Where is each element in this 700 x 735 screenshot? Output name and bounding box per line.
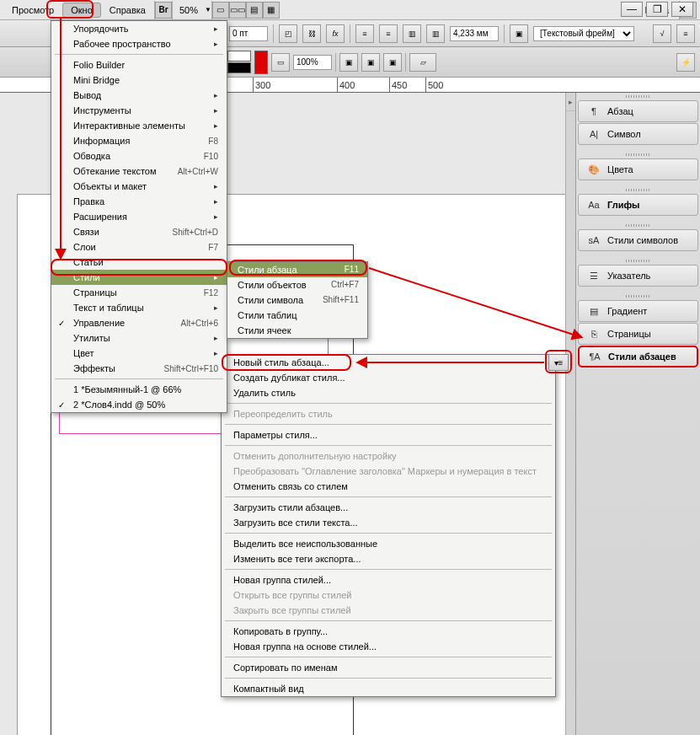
context-item[interactable]: Копировать в группу... <box>222 624 555 639</box>
menu-item[interactable]: СлоиF7 <box>51 239 227 255</box>
context-item[interactable]: Новый стиль абзаца... <box>222 355 555 370</box>
submenu-item[interactable]: Стили абзацаF11 <box>227 262 367 277</box>
menu-item[interactable]: ИнформацияF8 <box>51 133 227 148</box>
context-item[interactable]: Отменить связь со стилем <box>222 479 555 494</box>
align-mid-icon[interactable]: ≡ <box>379 24 398 43</box>
swatch-accent[interactable] <box>254 51 268 74</box>
menu-item[interactable]: ЭффектыShift+Ctrl+F10 <box>51 361 227 376</box>
context-item[interactable]: Создать дубликат стиля... <box>222 370 555 385</box>
menu-item[interactable]: Упорядочить <box>51 21 227 36</box>
scale-field[interactable] <box>293 55 332 70</box>
menu-item[interactable]: Mini Bridge <box>51 72 227 88</box>
panel-item[interactable]: 🎨Цвета <box>578 158 698 180</box>
panel-item[interactable]: ⎘Страницы <box>578 323 698 345</box>
frame-options-icon[interactable]: ▣ <box>510 24 528 43</box>
context-item[interactable]: Сортировать по именам <box>222 660 555 675</box>
context-separator <box>225 678 552 679</box>
context-item[interactable]: Загрузить стили абзацев... <box>222 500 555 515</box>
panel-drag-handle[interactable] <box>576 151 700 158</box>
menu-item[interactable]: 1 *Безымянный-1 @ 66% <box>51 382 227 397</box>
gutter-icon[interactable]: ▥ <box>426 24 445 43</box>
panel-item[interactable]: AaГлифы <box>578 194 698 216</box>
bevel-icon[interactable]: ▱ <box>409 53 436 72</box>
minimize-button[interactable]: — <box>621 2 643 17</box>
zoom-level[interactable]: 50% <box>173 5 205 15</box>
pt-field[interactable] <box>229 26 268 41</box>
panel-drag-handle[interactable] <box>576 292 700 299</box>
align-top-icon[interactable]: ≡ <box>355 24 374 43</box>
panel-drag-handle[interactable] <box>576 222 700 228</box>
context-item[interactable]: Загрузить все стили текста... <box>222 515 555 530</box>
submenu-shortcut: Shift+F11 <box>323 295 359 305</box>
submenu-item[interactable]: Стили объектовCtrl+F7 <box>227 277 367 292</box>
submenu-item[interactable]: Стили ячеек <box>227 323 367 338</box>
submenu-item[interactable]: Стили символаShift+F11 <box>227 292 367 308</box>
align-center-icon[interactable]: ▭ <box>271 53 290 72</box>
root-icon[interactable]: √ <box>653 24 671 43</box>
frame-type-select[interactable]: [Текстовый фрейм] <box>533 26 634 41</box>
panel-drag-handle[interactable] <box>576 186 700 193</box>
panel-item[interactable]: ¶Абзац <box>578 100 698 122</box>
view-mode-2-icon[interactable]: ▭▭ <box>229 2 246 19</box>
menu-item[interactable]: ✓2 *Слов4.indd @ 50% <box>51 397 227 412</box>
mm-field[interactable] <box>450 26 499 41</box>
panel-drag-handle[interactable] <box>576 257 700 264</box>
menu-item-label: Правка <box>73 196 104 207</box>
submenu-label: Стили ячеек <box>238 325 291 335</box>
context-item[interactable]: Изменить все теги экспорта... <box>222 551 555 566</box>
menu-help[interactable]: Справка <box>101 3 154 18</box>
menu-item[interactable]: Интерактивные элементы <box>51 118 227 133</box>
link-icon[interactable]: ⛓ <box>302 24 321 43</box>
fit-1-icon[interactable]: ▣ <box>339 53 358 72</box>
menu-item[interactable]: СвязиShift+Ctrl+D <box>51 224 227 239</box>
panel-menu-icon[interactable]: ≡ <box>676 24 695 43</box>
context-item[interactable]: Новая группа стилей... <box>222 572 555 587</box>
menu-item[interactable]: Объекты и макет <box>51 179 227 194</box>
panel-item[interactable]: ¶AСтили абзацев <box>578 346 698 368</box>
context-item[interactable]: Удалить стиль <box>222 385 555 400</box>
close-button[interactable]: ✕ <box>671 2 693 17</box>
menu-item[interactable]: Рабочее пространство <box>51 36 227 51</box>
lightning-icon[interactable]: ⚡ <box>676 53 695 72</box>
context-item[interactable]: Компактный вид <box>222 681 555 696</box>
menu-window[interactable]: Окно <box>62 3 101 18</box>
fx-icon[interactable]: fx <box>326 24 345 43</box>
bridge-icon[interactable]: Br <box>155 2 172 19</box>
maximize-button[interactable]: ❐ <box>646 2 668 17</box>
menu-item[interactable]: Статьи <box>51 255 227 270</box>
panel-item[interactable]: ▤Градиент <box>578 300 698 322</box>
menu-item[interactable]: Folio Builder <box>51 57 227 72</box>
menu-item[interactable]: Обтекание текстомAlt+Ctrl+W <box>51 164 227 179</box>
panel-item[interactable]: sAСтили символов <box>578 229 698 251</box>
menu-shortcut: Alt+Ctrl+W <box>178 167 218 176</box>
context-item[interactable]: Параметры стиля... <box>222 427 555 443</box>
menu-item[interactable]: ОбводкаF10 <box>51 148 227 164</box>
panel-item[interactable]: ☰Указатель <box>578 265 698 287</box>
view-mode-3-icon[interactable]: ▤ <box>246 2 263 19</box>
panel-flyout-button[interactable]: ▾≡ <box>548 354 569 371</box>
swatch-fill-stroke[interactable] <box>227 51 251 73</box>
menu-view[interactable]: Просмотр <box>3 3 62 18</box>
menu-item[interactable]: Расширения <box>51 209 227 224</box>
panel-drag-handle[interactable] <box>576 93 700 99</box>
fit-2-icon[interactable]: ▣ <box>361 53 380 72</box>
menu-item[interactable]: Текст и таблицы <box>51 300 227 315</box>
menu-item[interactable]: Цвет <box>51 346 227 361</box>
fit-3-icon[interactable]: ▣ <box>383 53 402 72</box>
menu-item[interactable]: Инструменты <box>51 103 227 118</box>
view-mode-4-icon[interactable]: ▦ <box>263 2 280 19</box>
context-item[interactable]: Новая группа на основе стилей... <box>222 639 555 654</box>
menu-item[interactable]: Правка <box>51 194 227 209</box>
context-item[interactable]: Выделить все неиспользованные <box>222 536 555 551</box>
expand-panels-icon[interactable]: ▸ <box>566 93 575 111</box>
menu-item[interactable]: ✓УправлениеAlt+Ctrl+6 <box>51 315 227 330</box>
view-mode-1-icon[interactable]: ▭ <box>212 2 229 19</box>
menu-item[interactable]: Стили <box>51 270 227 285</box>
menu-item[interactable]: Вывод <box>51 88 227 103</box>
menu-item[interactable]: Утилиты <box>51 330 227 346</box>
submenu-item[interactable]: Стили таблиц <box>227 308 367 323</box>
menu-item[interactable]: СтраницыF12 <box>51 285 227 300</box>
columns-icon[interactable]: ▥ <box>403 24 421 43</box>
corner-icon[interactable]: ◰ <box>279 24 297 43</box>
panel-item[interactable]: A|Символ <box>578 123 698 145</box>
